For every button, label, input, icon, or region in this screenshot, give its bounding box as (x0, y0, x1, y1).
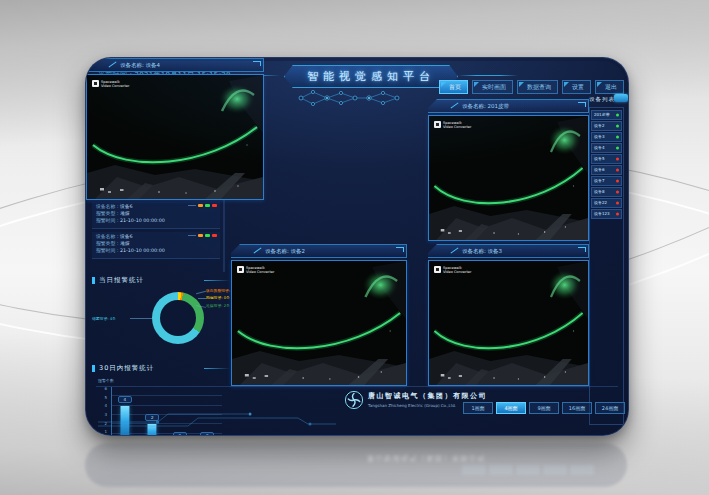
video-panel-header: 设备名称: 设备3 (428, 244, 589, 258)
device-list-item[interactable]: 设备5 (591, 154, 622, 164)
video-feed[interactable]: Spacewalk Video Converter (231, 260, 407, 386)
device-status-dot (616, 212, 619, 215)
video-panel: 设备名称: 设备3 (428, 244, 589, 386)
company-logo-icon (344, 390, 364, 410)
y-tick: 6 (104, 387, 107, 391)
video-feed[interactable]: Spacewalk Video Converter (428, 260, 589, 386)
converter-logo-icon (434, 121, 441, 128)
device-list-item[interactable]: 设备22 (591, 198, 622, 208)
nav-button[interactable]: 首页 (439, 80, 468, 94)
device-status-dot (616, 201, 619, 204)
alarm-status-leds (188, 204, 217, 207)
device-status-dot (616, 113, 619, 116)
device-status-dot (616, 146, 619, 149)
video-device-name: 设备名称: 设备4 (86, 62, 160, 69)
layout-button[interactable]: 9画面 (529, 402, 559, 414)
video-panel: 设备名称: 201皮带 (428, 99, 589, 241)
device-list: 201皮带 设备2 设备3 设备4 (589, 107, 624, 425)
video-frame-image (429, 261, 588, 385)
converter-logo-icon (92, 80, 99, 87)
device-list-item[interactable]: 设备123 (591, 209, 622, 219)
y-tick: 1 (104, 430, 107, 434)
video-feed[interactable]: Spacewalk Video Converter (428, 115, 589, 241)
video-watermark: Spacewalk Video Converter (434, 266, 471, 274)
layout-button[interactable]: 24画面 (595, 402, 625, 414)
device-name: 设备3 (592, 134, 605, 139)
device-name: 设备2 (592, 123, 605, 128)
device-list-item[interactable]: 设备7 (591, 176, 622, 186)
converter-logo-icon (237, 266, 244, 273)
device-list-item[interactable]: 201皮带 (591, 110, 622, 120)
device-list-item[interactable]: 设备2 (591, 121, 622, 131)
video-frame-image (232, 261, 406, 385)
video-panel: 设备名称: 设备2 (231, 244, 407, 386)
device-status-dot (616, 157, 619, 160)
screen-layout-buttons: 1画面4画面9画面16画面24画面 (463, 402, 625, 414)
alarm-type: 堆煤 (120, 241, 130, 246)
device-list-item[interactable]: 设备8 (591, 187, 622, 197)
device-name: 设备7 (592, 178, 605, 183)
alarm-time: 21-10-10 00:00:00 (120, 248, 165, 253)
nav-button[interactable]: 退出 (595, 80, 624, 94)
header-divider (458, 75, 518, 76)
nav-button[interactable]: 实时画面 (472, 80, 513, 94)
alarm-device-name: 设备6 (120, 204, 133, 209)
monthly-stats-title: 30日内报警统计 (92, 364, 226, 373)
y-axis-label: 报警个数 (98, 378, 114, 383)
daily-donut-chart (152, 292, 204, 344)
video-watermark: Spacewalk Video Converter (237, 266, 274, 274)
device-name: 设备22 (592, 200, 607, 205)
alarm-list-item[interactable]: 设备名称：设备6 报警类型：堆煤 报警时间：21-10-10 00:00:00 (92, 232, 220, 259)
device-name: 设备123 (592, 211, 610, 216)
alarm-device-name: 设备6 (120, 234, 133, 239)
device-status-dot (616, 168, 619, 171)
video-feed[interactable]: Spacewalk Video Converter (86, 74, 264, 200)
alarm-time: 21-10-10 00:00:00 (120, 218, 165, 223)
video-panel-header: 设备名称: 设备2 (231, 244, 407, 258)
video-watermark: Spacewalk Video Converter (92, 80, 129, 88)
converter-logo-icon (434, 266, 441, 273)
device-name: 设备6 (592, 167, 605, 172)
video-device-name: 设备名称: 设备2 (231, 248, 305, 255)
network-graph-icon (296, 88, 408, 108)
donut-label: 跑偏报警: 0条 (206, 295, 230, 300)
page-title-frame: 智能视觉感知平台 (284, 65, 458, 88)
device-status-dot (616, 135, 619, 138)
video-panel: 设备名称: 设备4 (86, 58, 264, 200)
bar-value-label: 0 (173, 432, 187, 437)
layout-button[interactable]: 1画面 (463, 402, 493, 414)
device-status-dot (616, 124, 619, 127)
device-list-expand-button[interactable] (614, 94, 628, 102)
page-title: 智能视觉感知平台 (307, 69, 435, 84)
circuit-decoration (98, 408, 338, 430)
bar-value-label: 4 (118, 396, 132, 403)
device-name: 201皮带 (592, 112, 610, 117)
y-tick: 5 (104, 396, 107, 400)
dashboard-screen: 当前时间：2021年10月11日 15:15:38 智能视觉感知平台 首页实时画… (85, 57, 629, 436)
device-list-item[interactable]: 设备3 (591, 132, 622, 142)
alarm-type: 堆煤 (120, 211, 130, 216)
bar-value-label: 0 (200, 432, 214, 437)
nav-button[interactable]: 设置 (562, 80, 591, 94)
top-nav: 首页实时画面数据查询设置退出 (439, 80, 624, 94)
device-name: 设备4 (592, 145, 605, 150)
device-name: 设备8 (592, 189, 605, 194)
alarm-list-item[interactable]: 设备名称：设备6 报警类型：堆煤 报警时间：21-10-10 00:00:00 (92, 202, 220, 229)
nav-button[interactable]: 数据查询 (517, 80, 558, 94)
device-status-dot (616, 179, 619, 182)
donut-label: 烟雾报警: 4条 (92, 316, 116, 321)
video-device-name: 设备名称: 201皮带 (428, 103, 509, 110)
layout-button[interactable]: 16画面 (562, 402, 592, 414)
video-panel-header: 设备名称: 设备4 (86, 58, 264, 72)
device-list-item[interactable]: 设备6 (591, 165, 622, 175)
footer-divider (96, 386, 618, 387)
video-panel-header: 设备名称: 201皮带 (428, 99, 589, 113)
layout-button[interactable]: 4画面 (496, 402, 526, 414)
device-name: 设备5 (592, 156, 605, 161)
video-device-name: 设备名称: 设备3 (428, 248, 502, 255)
video-watermark: Spacewalk Video Converter (434, 121, 471, 129)
daily-stats-title: 当日报警统计 (92, 276, 226, 285)
device-list-item[interactable]: 设备4 (591, 143, 622, 153)
video-frame-image (429, 116, 588, 240)
daily-alarm-stats: 当日报警统计 纵向撕裂报警: 0条 跑偏报警: 0条 堆煤报警: 2条 烟雾报警… (92, 276, 226, 362)
